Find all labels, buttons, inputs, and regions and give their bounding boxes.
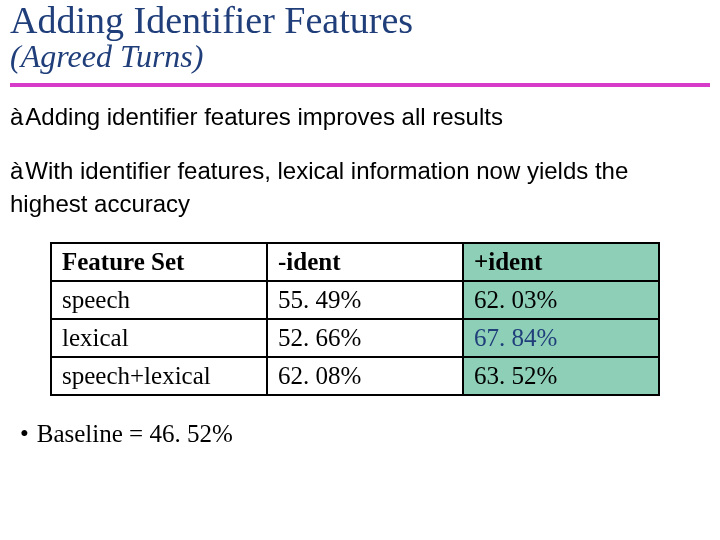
results-table: Feature Set -ident +ident speech 55. 49%… xyxy=(50,242,660,396)
slide-subtitle: (Agreed Turns) xyxy=(10,38,710,75)
col-header-minus: -ident xyxy=(267,243,463,281)
table-row: speech+lexical 62. 08% 63. 52% xyxy=(51,357,659,395)
arrow-icon: à xyxy=(10,157,23,184)
table-row: lexical 52. 66% 67. 84% xyxy=(51,319,659,357)
bullet-item: àAdding identifier features improves all… xyxy=(10,101,710,133)
cell-plus: 63. 52% xyxy=(463,357,659,395)
cell-minus: 52. 66% xyxy=(267,319,463,357)
col-header-feature: Feature Set xyxy=(51,243,267,281)
bullet-item: àWith identifier features, lexical infor… xyxy=(10,155,710,220)
divider xyxy=(10,83,710,87)
row-label: speech+lexical xyxy=(51,357,267,395)
table-row: speech 55. 49% 62. 03% xyxy=(51,281,659,319)
row-label: speech xyxy=(51,281,267,319)
col-header-plus: +ident xyxy=(463,243,659,281)
cell-minus: 62. 08% xyxy=(267,357,463,395)
table-header-row: Feature Set -ident +ident xyxy=(51,243,659,281)
bullet-text: With identifier features, lexical inform… xyxy=(10,157,628,216)
row-label: lexical xyxy=(51,319,267,357)
bullet-icon: • xyxy=(20,420,29,447)
cell-plus: 67. 84% xyxy=(463,319,659,357)
bullet-list: àAdding identifier features improves all… xyxy=(10,101,710,220)
baseline-text: Baseline = 46. 52% xyxy=(37,420,233,447)
slide-title: Adding Identifier Features xyxy=(10,0,710,42)
cell-plus: 62. 03% xyxy=(463,281,659,319)
baseline-note: •Baseline = 46. 52% xyxy=(20,420,710,448)
cell-minus: 55. 49% xyxy=(267,281,463,319)
bullet-text: Adding identifier features improves all … xyxy=(25,103,503,130)
arrow-icon: à xyxy=(10,103,23,130)
